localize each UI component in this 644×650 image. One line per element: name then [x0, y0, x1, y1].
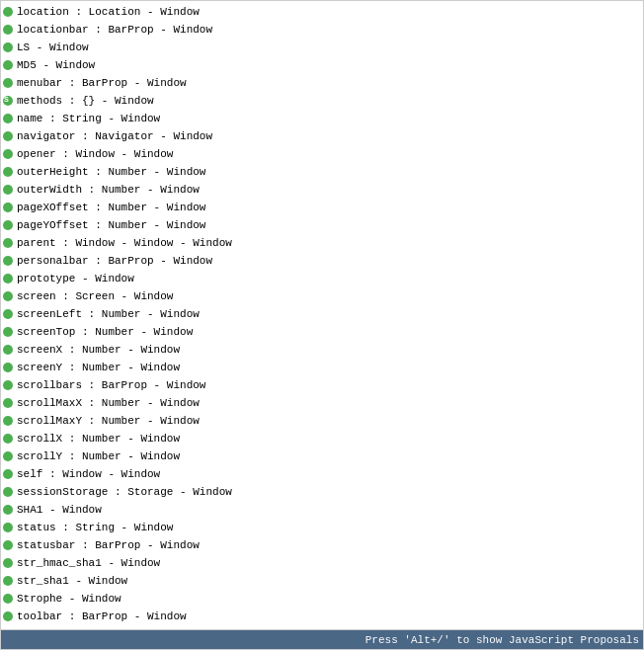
item-label: scrollMaxY : Number - Window [17, 413, 200, 429]
dot-icon [3, 434, 13, 444]
item-label: screenTop : Number - Window [17, 324, 193, 340]
list-item[interactable]: methods : {} - Window [1, 92, 643, 110]
dot-icon [3, 25, 13, 35]
item-label: self : Window - Window [17, 466, 160, 482]
list-item[interactable]: SHA1 - Window [1, 501, 643, 519]
list-area: location : Location - Windowlocationbar … [1, 1, 643, 629]
list-item[interactable]: top : Window - Window [1, 625, 643, 629]
dot-icon [3, 594, 13, 604]
list-item[interactable]: screen : Screen - Window [1, 287, 643, 305]
item-label: screenX : Number - Window [17, 342, 180, 358]
status-text: Press 'Alt+/' to show JavaScript Proposa… [365, 634, 639, 646]
item-label: locationbar : BarProp - Window [17, 22, 212, 38]
item-label: opener : Window - Window [17, 146, 173, 162]
dot-icon [3, 416, 13, 426]
list-item[interactable]: locationbar : BarProp - Window [1, 21, 643, 39]
item-label: scrollX : Number - Window [17, 431, 180, 447]
dot-icon [3, 540, 13, 550]
item-label: pageYOffset : Number - Window [17, 217, 205, 233]
list-item[interactable]: scrollMaxX : Number - Window [1, 394, 643, 412]
dot-icon [3, 576, 13, 586]
dot-icon [3, 611, 13, 621]
dot-icon [3, 78, 13, 88]
list-content[interactable]: location : Location - Windowlocationbar … [1, 1, 643, 629]
dot-icon [3, 327, 13, 337]
list-item[interactable]: pageXOffset : Number - Window [1, 199, 643, 216]
list-item[interactable]: MD5 - Window [1, 56, 643, 74]
item-label: LS - Window [17, 40, 89, 55]
list-item[interactable]: screenX : Number - Window [1, 341, 643, 359]
dot-icon [3, 309, 13, 319]
item-label: prototype - Window [17, 271, 134, 286]
dot-icon [3, 238, 13, 248]
list-item[interactable]: scrollX : Number - Window [1, 430, 643, 447]
item-label: Strophe - Window [17, 591, 121, 607]
item-label: toolbar : BarProp - Window [17, 609, 187, 624]
list-item[interactable]: outerHeight : Number - Window [1, 163, 643, 181]
item-label: menubar : BarProp - Window [17, 75, 187, 91]
list-item[interactable]: str_hmac_sha1 - Window [1, 554, 643, 572]
list-item[interactable]: scrollbars : BarProp - Window [1, 376, 643, 394]
list-item[interactable]: navigator : Navigator - Window [1, 127, 643, 145]
item-label: name : String - Window [17, 111, 160, 126]
list-item[interactable]: pageYOffset : Number - Window [1, 216, 643, 234]
item-label: parent : Window - Window - Window [17, 235, 232, 251]
item-label: outerHeight : Number - Window [17, 164, 205, 180]
dot-icon [3, 291, 13, 301]
list-item[interactable]: location : Location - Window [1, 3, 643, 21]
list-item[interactable]: outerWidth : Number - Window [1, 181, 643, 199]
list-item[interactable]: Strophe - Window [1, 590, 643, 608]
dot-icon [3, 149, 13, 159]
item-label: top : Window - Window [17, 626, 154, 629]
list-item[interactable]: screenTop : Number - Window [1, 323, 643, 341]
dot-icon [3, 220, 13, 230]
item-label: scrollY : Number - Window [17, 448, 180, 464]
item-label: personalbar : BarProp - Window [17, 253, 212, 269]
list-item[interactable]: personalbar : BarProp - Window [1, 252, 643, 270]
item-label: screen : Screen - Window [17, 288, 173, 304]
dot-icon [3, 363, 13, 372]
dot-icon [3, 131, 13, 141]
dot-icon [3, 274, 13, 284]
item-label: scrollbars : BarProp - Window [17, 377, 205, 393]
list-item[interactable]: LS - Window [1, 39, 643, 56]
list-item[interactable]: status : String - Window [1, 519, 643, 536]
list-item[interactable]: menubar : BarProp - Window [1, 74, 643, 92]
dot-icon [3, 523, 13, 532]
item-label: sessionStorage : Storage - Window [17, 484, 232, 500]
dot-icon [3, 380, 13, 390]
list-item[interactable]: str_sha1 - Window [1, 572, 643, 590]
item-label: status : String - Window [17, 520, 173, 535]
item-label: statusbar : BarProp - Window [17, 537, 200, 553]
item-label: location : Location - Window [17, 4, 200, 20]
status-bar: Press 'Alt+/' to show JavaScript Proposa… [1, 629, 643, 649]
item-label: pageXOffset : Number - Window [17, 200, 205, 215]
item-label: str_sha1 - Window [17, 573, 127, 589]
list-item[interactable]: self : Window - Window [1, 465, 643, 483]
list-item[interactable]: parent : Window - Window - Window [1, 234, 643, 252]
item-label: screenY : Number - Window [17, 360, 180, 375]
dot-icon [3, 345, 13, 355]
s-dot-icon [3, 96, 13, 106]
list-item[interactable]: sessionStorage : Storage - Window [1, 483, 643, 501]
dot-icon [3, 185, 13, 195]
dot-icon [3, 505, 13, 515]
dot-icon [3, 558, 13, 568]
item-label: navigator : Navigator - Window [17, 128, 212, 144]
list-item[interactable]: toolbar : BarProp - Window [1, 608, 643, 625]
dot-icon [3, 469, 13, 479]
dot-icon [3, 451, 13, 461]
list-item[interactable]: prototype - Window [1, 270, 643, 287]
item-label: scrollMaxX : Number - Window [17, 395, 200, 411]
dot-icon [3, 42, 13, 52]
item-label: SHA1 - Window [17, 502, 102, 518]
list-item[interactable]: scrollY : Number - Window [1, 447, 643, 465]
item-label: screenLeft : Number - Window [17, 306, 200, 322]
list-item[interactable]: scrollMaxY : Number - Window [1, 412, 643, 430]
list-item[interactable]: statusbar : BarProp - Window [1, 536, 643, 554]
list-item[interactable]: screenY : Number - Window [1, 359, 643, 376]
list-item[interactable]: screenLeft : Number - Window [1, 305, 643, 323]
list-item[interactable]: opener : Window - Window [1, 145, 643, 163]
list-item[interactable]: name : String - Window [1, 110, 643, 127]
dot-icon [3, 398, 13, 408]
